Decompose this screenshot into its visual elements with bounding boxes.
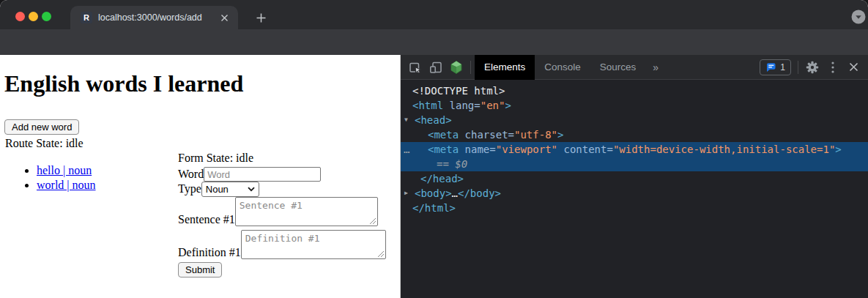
browser-tab[interactable]: R localhost:3000/words/add <box>70 6 238 29</box>
devtools-menu-icon[interactable] <box>823 58 843 77</box>
code-token: > <box>505 100 511 111</box>
dom-tree-line[interactable]: <meta charset="utf-8"> <box>401 127 868 142</box>
window-fullscreen-button[interactable] <box>42 12 51 21</box>
dom-tree-line[interactable]: <html lang="en"> <box>401 98 868 113</box>
devtools-panel: ElementsConsoleSources » 1 <box>401 55 868 298</box>
dom-tree-line[interactable]: </head> <box>401 171 868 186</box>
issues-bubble-icon <box>765 62 776 72</box>
toolbar-divider <box>798 61 798 74</box>
devtools-tab-sources[interactable]: Sources <box>590 55 646 80</box>
add-word-form: Form State: idle Word Type Noun Sentence… <box>178 150 398 277</box>
devtools-settings-gear-icon[interactable] <box>802 58 823 77</box>
page-title: English words I learned <box>4 70 243 97</box>
word-link[interactable]: world | noun <box>37 179 96 191</box>
code-token: <head> <box>415 114 452 126</box>
type-row: Type Noun <box>178 182 398 197</box>
code-token: … <box>452 187 458 199</box>
words-list: hello | nounworld | noun <box>7 163 96 193</box>
code-token: <meta <box>428 129 459 141</box>
browser-toolbar: localhost:3000/words/add Incognito <box>0 29 868 55</box>
code-token: lang= <box>443 100 481 111</box>
definition-row: Definition #1 <box>178 230 398 259</box>
window-close-button[interactable] <box>15 12 25 21</box>
code-token: </head> <box>420 173 464 185</box>
code-token: name= <box>459 144 496 155</box>
add-new-word-button[interactable]: Add new word <box>4 119 79 135</box>
web-page: English words I learned Add new word Rou… <box>0 55 401 298</box>
code-token: </html> <box>412 202 456 214</box>
issues-count: 1 <box>780 62 785 72</box>
type-select[interactable]: Noun <box>201 182 259 197</box>
code-token: "width=device-width,initial-scale=1" <box>613 144 835 155</box>
sentence-row: Sentence #1 <box>178 197 398 226</box>
word-row: Word <box>178 167 398 182</box>
submit-button[interactable]: Submit <box>178 262 222 277</box>
type-select-value: Noun <box>206 184 229 195</box>
browser-window: R localhost:3000/words/add <box>0 0 868 298</box>
devtools-close-icon[interactable] <box>843 58 864 77</box>
code-token: <body> <box>415 187 452 199</box>
type-label: Type <box>178 182 201 195</box>
dom-tree-line[interactable]: </html> <box>401 201 868 215</box>
tab-strip: R localhost:3000/words/add <box>0 0 868 29</box>
code-token: > <box>835 144 841 155</box>
dom-tree-line[interactable]: …<meta name="viewport" content="width=de… <box>401 142 868 157</box>
code-token: > <box>557 129 563 141</box>
route-state-text: Route State: idle <box>5 137 84 150</box>
tab-close-icon[interactable] <box>218 11 231 24</box>
code-token: <html <box>412 100 443 111</box>
definition-label: Definition #1 <box>178 246 241 259</box>
code-token: "utf-8" <box>514 129 557 141</box>
word-link[interactable]: hello | noun <box>37 164 92 176</box>
green-gem-extension-icon[interactable] <box>446 58 467 77</box>
device-toolbar-icon[interactable] <box>426 58 446 77</box>
toolbar-divider <box>470 61 471 74</box>
word-list-item: hello | noun <box>37 163 96 178</box>
code-token: <!DOCTYPE html> <box>412 85 505 97</box>
dom-tree-line[interactable]: ▶<body>…</body> <box>401 186 868 201</box>
dom-tree-line[interactable]: ▼<head> <box>401 113 868 127</box>
new-tab-button[interactable] <box>251 8 270 27</box>
expanded-arrow-icon[interactable]: ▼ <box>404 113 408 127</box>
word-label: Word <box>178 168 204 181</box>
collapsed-arrow-icon[interactable]: ▶ <box>404 186 408 201</box>
code-token: charset= <box>459 129 514 141</box>
devtools-toolbar: ElementsConsoleSources » 1 <box>401 55 868 80</box>
devtools-tab-console[interactable]: Console <box>535 55 590 80</box>
tab-title: localhost:3000/words/add <box>98 12 218 23</box>
devtools-dom-tree: <!DOCTYPE html><html lang="en">▼<head><m… <box>401 81 868 298</box>
code-token: "viewport" <box>496 144 557 155</box>
select-chevron-icon <box>248 187 255 192</box>
sentence-label: Sentence #1 <box>178 213 235 226</box>
code-token: == $0 <box>437 158 467 170</box>
word-list-item: world | noun <box>37 178 96 193</box>
issues-badge[interactable]: 1 <box>760 59 791 75</box>
devtools-tabs: ElementsConsoleSources <box>475 55 645 80</box>
dom-tree-line[interactable]: == $0 <box>401 157 868 171</box>
devtools-tab-elements[interactable]: Elements <box>475 55 535 80</box>
definition-textarea[interactable] <box>241 230 386 259</box>
tab-overview-button[interactable] <box>851 10 866 24</box>
sentence-textarea[interactable] <box>235 197 378 226</box>
window-minimize-button[interactable] <box>29 12 38 21</box>
remix-favicon-icon: R <box>81 12 92 23</box>
code-token: content= <box>557 144 613 155</box>
inspect-element-icon[interactable] <box>405 58 426 77</box>
code-token: <meta <box>428 144 459 155</box>
more-tabs-button[interactable]: » <box>645 62 666 73</box>
code-token: </body> <box>458 187 501 199</box>
form-state-text: Form State: idle <box>178 150 398 165</box>
line-ellipsis-marker: … <box>404 142 409 157</box>
code-token: "en" <box>481 100 505 111</box>
dom-tree-line[interactable]: <!DOCTYPE html> <box>401 83 868 98</box>
word-input[interactable] <box>204 167 321 182</box>
